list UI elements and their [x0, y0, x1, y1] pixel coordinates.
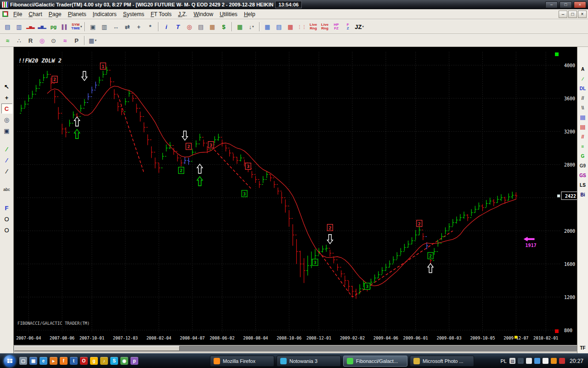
opera-icon[interactable]: O [80, 357, 88, 365]
skype-icon[interactable]: S [110, 357, 118, 365]
menu-item-window[interactable]: Window [191, 10, 217, 18]
circle-tool[interactable]: O [1, 214, 12, 224]
winamp-icon[interactable]: ♪ [100, 357, 108, 365]
tray-volume-icon[interactable] [543, 358, 548, 364]
jz-select[interactable]: JZ▾ [354, 21, 365, 32]
tray-antivirus-icon[interactable] [559, 358, 565, 364]
pencil-green-tool[interactable]: ∕ [1, 144, 12, 154]
gs-tool[interactable]: GS [579, 171, 586, 180]
pencil-blue-tool[interactable]: ∕ [1, 155, 12, 165]
swap-icon[interactable]: ⇄ [122, 21, 133, 32]
menu-item-chart[interactable]: Chart [25, 10, 45, 18]
gg-icon[interactable]: g [90, 357, 98, 365]
tray-update-icon[interactable] [551, 358, 557, 364]
task-fibonacci-galactic[interactable]: Fibonacci/Galact... [343, 356, 407, 367]
menu-item-j-z[interactable]: J.Z. [175, 10, 190, 18]
hlines-green-tool[interactable]: ≡ [582, 142, 584, 151]
chart-document-icon[interactable] [2, 11, 8, 17]
package-icon[interactable]: ▦ [207, 21, 218, 32]
dots-tool-icon[interactable]: ∴ [13, 35, 25, 46]
bars-red-icon[interactable]: ▂▅▃ [25, 21, 36, 32]
media-player-icon[interactable]: ▸ [50, 357, 57, 365]
dots-red-icon[interactable]: ⋮⋮ [296, 21, 308, 32]
menu-item-utilities[interactable]: Utilities [216, 10, 241, 18]
text-abc-tool[interactable]: abc [1, 184, 12, 195]
vlines-blue-tool[interactable]: |||| [580, 113, 585, 122]
scrollbar-thumb[interactable] [14, 346, 180, 351]
pointer-info-icon[interactable]: i [161, 21, 172, 32]
planet-tool-icon[interactable]: ⊙ [48, 35, 59, 46]
vlines-red-tool[interactable]: |||| [580, 122, 585, 132]
sym-time-select[interactable]: SYMTIME▾ [71, 21, 83, 32]
lines-1-tool[interactable]: // [582, 93, 584, 103]
cascade-windows-icon[interactable]: ▣ [87, 21, 99, 32]
firefox-icon[interactable]: f [60, 357, 68, 365]
live-rng-2-icon[interactable]: LiveRng [319, 21, 331, 32]
mdi-close-button[interactable]: × [578, 11, 587, 18]
tile-windows-icon[interactable]: ▥ [99, 21, 110, 32]
taskbar-clock[interactable]: 20:27 [570, 358, 583, 364]
start-button[interactable] [4, 355, 16, 367]
bi-tool[interactable]: Bi [581, 190, 585, 200]
ls-tool[interactable]: LS [580, 180, 586, 190]
chrome-icon[interactable]: ◉ [120, 357, 128, 365]
dollar-icon[interactable]: $ [218, 21, 230, 32]
live-rng-1-icon[interactable]: LiveRng [308, 21, 319, 32]
tray-network-icon[interactable] [534, 358, 540, 364]
bars-purple-icon[interactable]: ▌▌ [59, 21, 71, 32]
ie-icon[interactable]: e [40, 357, 47, 365]
spiral-tool-icon[interactable]: ◎ [36, 35, 48, 46]
astro-a-tool[interactable]: A [581, 64, 584, 74]
menu-item-ft-tools[interactable]: FT Tools [147, 10, 175, 18]
switch-windows-icon[interactable]: ▣ [29, 357, 37, 365]
waves-tool-icon[interactable]: ≈ [59, 35, 71, 46]
page-new-icon[interactable]: ▤ [2, 21, 13, 32]
tray-expand-icon[interactable]: ‹ [518, 358, 524, 364]
c-tool[interactable]: C [1, 104, 12, 114]
keyboard-icon[interactable]: ▤ [509, 358, 515, 364]
menu-item-page[interactable]: Page [45, 10, 65, 18]
tray-messenger-icon[interactable] [526, 358, 532, 364]
grid-window-1-icon[interactable]: ▦ [262, 21, 273, 32]
p-tool-icon[interactable]: P [71, 35, 82, 46]
ellipse-tool[interactable]: O [1, 225, 12, 235]
move-icon[interactable]: + [133, 21, 145, 32]
close-button[interactable]: × [574, 1, 586, 8]
grid-red-icon[interactable]: ▦ [285, 21, 296, 32]
fib-tool[interactable]: F [1, 203, 12, 213]
task-microsoft-photo[interactable]: Microsoft Photo ... [410, 356, 474, 367]
price-chart[interactable]: 80012001600200028003200360040002007-06-0… [14, 47, 577, 345]
menu-item-systems[interactable]: Systems [120, 10, 147, 18]
lines-2-tool[interactable]: \\ [582, 103, 584, 113]
thunderbird-icon[interactable]: t [70, 357, 78, 365]
menu-item-file[interactable]: File [10, 10, 25, 18]
minimize-button[interactable]: – [545, 1, 558, 8]
show-desktop-icon[interactable]: ▢ [19, 357, 27, 365]
crosshair-tool[interactable]: + [1, 92, 12, 103]
menu-item-indicators[interactable]: Indicators [90, 10, 120, 18]
grid-window-2-icon[interactable]: ▤ [273, 21, 285, 32]
paint-icon[interactable]: p [130, 357, 138, 365]
astro-icon[interactable]: ◎ [184, 21, 195, 32]
hand-tool[interactable]: ▣ [1, 126, 12, 136]
pg-icon[interactable]: pg [48, 21, 59, 32]
grid-green-icon[interactable]: ▦ [234, 21, 246, 32]
maximize-button[interactable]: □ [560, 1, 572, 8]
text-tool-icon[interactable]: T [172, 21, 184, 32]
print-icon[interactable]: ▤ [195, 21, 207, 32]
zoom-tool[interactable]: ◎ [1, 115, 12, 125]
retrace-tool-icon[interactable]: R [25, 35, 36, 46]
fz-icon[interactable]: FZ [342, 21, 354, 32]
fit-width-icon[interactable]: ↔ [110, 21, 122, 32]
horizontal-scrollbar[interactable] [14, 345, 577, 351]
menu-item-planets[interactable]: Planets [65, 10, 90, 18]
menu-item-help[interactable]: Help [241, 10, 259, 18]
mdi-minimize-button[interactable]: – [559, 11, 567, 18]
star-icon[interactable]: * [145, 21, 156, 32]
grid-select-icon[interactable]: ▦▾ [87, 35, 98, 46]
task-notowania-3[interactable]: Notowania 3 [277, 356, 341, 367]
g9-tool[interactable]: G9 [580, 161, 586, 171]
pointer-tool[interactable]: ↖ [1, 81, 12, 92]
hp-fz-icon[interactable]: HPFZ [331, 21, 342, 32]
g-tool[interactable]: G [581, 151, 585, 161]
